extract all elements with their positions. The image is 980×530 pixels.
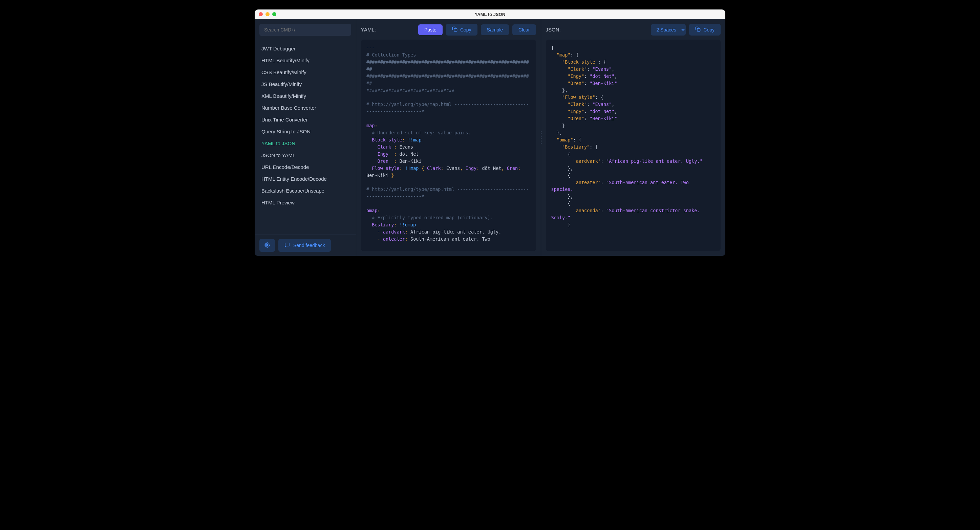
window-title: YAML to JSON (475, 12, 505, 17)
sidebar-item[interactable]: XML Beautify/Minify (255, 90, 356, 102)
json-actions: 2 Spaces Copy (651, 24, 721, 35)
svg-point-0 (267, 244, 268, 246)
paste-button[interactable]: Paste (418, 24, 442, 35)
app-window: YAML to JSON JWT DebuggerHTML Beautify/M… (255, 10, 725, 256)
yaml-panel: YAML: Paste Copy Sample Clear --- # Coll… (356, 19, 541, 256)
copy-yaml-button[interactable]: Copy (446, 24, 477, 35)
sidebar-item[interactable]: YAML to JSON (255, 137, 356, 149)
svg-rect-2 (697, 29, 700, 32)
svg-rect-1 (454, 29, 457, 32)
yaml-editor[interactable]: --- # Collection Types #################… (361, 40, 536, 251)
search-input[interactable] (259, 24, 351, 36)
sidebar: JWT DebuggerHTML Beautify/MinifyCSS Beau… (255, 19, 356, 256)
copy-icon (452, 26, 458, 33)
sidebar-item[interactable]: JSON to YAML (255, 149, 356, 161)
json-output[interactable]: { "map": { "Block style": { "Clark": "Ev… (546, 40, 721, 251)
sidebar-item[interactable]: Backslash Escape/Unscape (255, 185, 356, 197)
json-panel: JSON: 2 Spaces Copy { "map": { "Block st… (541, 19, 726, 256)
sidebar-item[interactable]: HTML Entity Encode/Decode (255, 173, 356, 185)
yaml-actions: Paste Copy Sample Clear (418, 24, 536, 35)
copy-icon (695, 26, 701, 33)
sidebar-item[interactable]: CSS Beautify/Minify (255, 66, 356, 78)
sidebar-item[interactable]: JWT Debugger (255, 43, 356, 54)
search-wrap (255, 19, 356, 41)
sidebar-item[interactable]: HTML Beautify/Minify (255, 54, 356, 66)
titlebar: YAML to JSON (255, 10, 725, 19)
sidebar-item[interactable]: Unix Time Converter (255, 114, 356, 125)
sidebar-item[interactable]: URL Encode/Decode (255, 161, 356, 173)
yaml-header: YAML: Paste Copy Sample Clear (361, 24, 536, 35)
json-title: JSON: (546, 27, 561, 32)
json-header: JSON: 2 Spaces Copy (546, 24, 721, 35)
sidebar-item[interactable]: HTML Preview (255, 197, 356, 208)
split-handle[interactable] (540, 131, 542, 144)
traffic-lights (259, 12, 276, 16)
panels: YAML: Paste Copy Sample Clear --- # Coll… (356, 19, 725, 256)
yaml-title: YAML: (361, 27, 376, 32)
minimize-icon[interactable] (266, 12, 270, 16)
feedback-label: Send feedback (293, 243, 325, 248)
send-feedback-button[interactable]: Send feedback (278, 239, 331, 252)
sidebar-item[interactable]: Query String to JSON (255, 125, 356, 137)
copy-json-button[interactable]: Copy (689, 24, 721, 35)
sidebar-item[interactable]: Number Base Converter (255, 102, 356, 114)
sample-button[interactable]: Sample (481, 24, 509, 35)
gear-icon (264, 242, 270, 249)
nav-list[interactable]: JWT DebuggerHTML Beautify/MinifyCSS Beau… (255, 41, 356, 235)
chat-icon (285, 242, 290, 249)
app-body: JWT DebuggerHTML Beautify/MinifyCSS Beau… (255, 19, 725, 256)
indent-select[interactable]: 2 Spaces (651, 24, 686, 35)
settings-button[interactable] (259, 239, 275, 252)
close-icon[interactable] (259, 12, 263, 16)
sidebar-footer: Send feedback (255, 235, 356, 256)
clear-button[interactable]: Clear (512, 24, 536, 35)
maximize-icon[interactable] (272, 12, 276, 16)
sidebar-item[interactable]: JS Beautify/Minify (255, 78, 356, 90)
